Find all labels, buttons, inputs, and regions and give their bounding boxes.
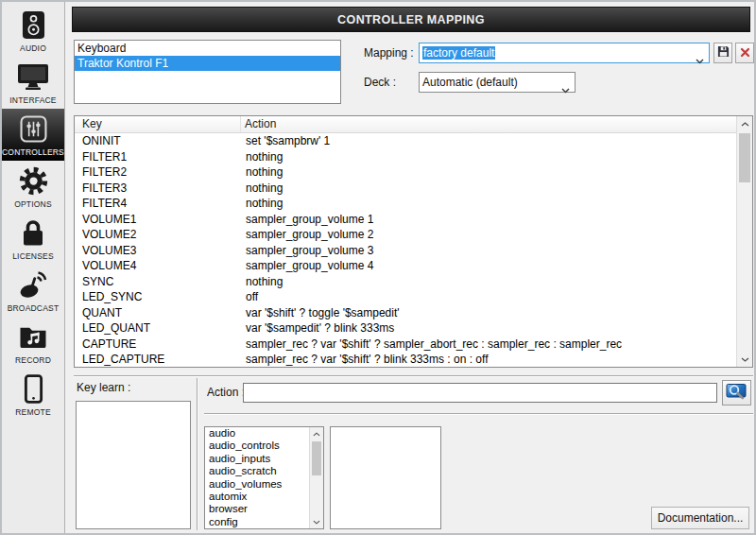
sidebar-item-broadcast[interactable]: BROADCAST: [2, 265, 64, 317]
sidebar-item-options[interactable]: OPTIONS: [2, 161, 64, 213]
column-header-key[interactable]: Key: [75, 116, 241, 132]
deck-value: Automatic (default): [422, 76, 518, 89]
sidebar-item-label: OPTIONS: [14, 199, 52, 209]
cell-action: nothing: [242, 196, 736, 212]
search-action-button[interactable]: [722, 380, 751, 406]
action-category-list[interactable]: audioaudio_controlsaudio_inputsaudio_scr…: [204, 426, 324, 529]
sidebar-item-label: AUDIO: [20, 43, 46, 53]
scrollbar-thumb[interactable]: [312, 441, 321, 475]
sidebar-item-record[interactable]: RECORD: [2, 317, 64, 369]
table-row[interactable]: VOLUME2sampler_group_volume 2: [75, 227, 736, 243]
red-x-icon: [740, 46, 750, 60]
cell-key: CAPTURE: [75, 337, 242, 353]
scrollbar-thumb[interactable]: [739, 133, 750, 182]
cell-key: QUANT: [75, 305, 242, 321]
cell-action: sampler_rec ? var '$shift' ? blink 333ms…: [242, 352, 736, 367]
mapping-value: factory default: [422, 46, 495, 60]
category-item[interactable]: automix: [205, 491, 309, 503]
table-row[interactable]: FILTER4nothing: [75, 196, 736, 212]
deck-label: Deck :: [364, 76, 396, 89]
cell-key: VOLUME1: [75, 212, 242, 228]
save-mapping-button[interactable]: [713, 43, 732, 63]
table-row[interactable]: ONINITset '$sampbrw' 1: [75, 133, 736, 149]
category-item[interactable]: audio_scratch: [205, 465, 309, 477]
scrollbar-up-button[interactable]: [737, 116, 752, 131]
category-item[interactable]: config: [205, 516, 309, 528]
mapping-label: Mapping :: [364, 46, 414, 60]
category-item[interactable]: audio: [205, 427, 309, 440]
scrollbar-up-button[interactable]: [310, 427, 323, 440]
action-label: Action :: [207, 386, 245, 399]
table-row[interactable]: FILTER3nothing: [75, 181, 736, 197]
action-category-items: audioaudio_controlsaudio_inputsaudio_scr…: [205, 427, 309, 529]
action-result-list[interactable]: [330, 426, 441, 529]
floppy-disk-icon: [717, 45, 730, 60]
table-row[interactable]: FILTER1nothing: [75, 149, 736, 165]
cell-action: var '$shift' ? toggle '$sampedit': [242, 305, 736, 321]
table-row[interactable]: VOLUME4sampler_group_volume 4: [75, 258, 736, 274]
table-row[interactable]: FILTER2nothing: [75, 164, 736, 181]
table-row[interactable]: LED_SYNCoff: [75, 289, 736, 305]
deck-select[interactable]: Automatic (default): [419, 72, 576, 93]
cell-key: VOLUME4: [75, 258, 242, 274]
sidebar-item-label: LICENSES: [12, 251, 54, 261]
category-item[interactable]: controls: [205, 528, 309, 529]
sidebar-item-label: REMOTE: [15, 407, 51, 417]
gear-icon: [18, 164, 49, 197]
table-row[interactable]: QUANTvar '$shift' ? toggle '$sampedit': [75, 305, 736, 321]
sidebar: AUDIO INTERFACE: [2, 2, 65, 533]
cell-action: nothing: [242, 181, 736, 197]
category-item[interactable]: audio_inputs: [205, 453, 309, 465]
table-row[interactable]: VOLUME3sampler_group_volume 3: [75, 243, 736, 259]
sidebar-item-licenses[interactable]: LICENSES: [2, 213, 64, 265]
action-input[interactable]: [243, 383, 717, 403]
documentation-button[interactable]: Documentation...: [651, 507, 749, 529]
cell-key: LED_QUANT: [75, 320, 242, 337]
scrollbar-down-button[interactable]: [737, 352, 752, 367]
mapping-table: Key Action ONINITset '$sampbrw' 1FILTER1…: [74, 115, 753, 368]
category-scrollbar[interactable]: [309, 427, 323, 528]
sidebar-item-interface[interactable]: INTERFACE: [2, 57, 64, 109]
cell-action: off: [242, 289, 736, 305]
cell-key: FILTER2: [75, 164, 242, 181]
scrollbar-down-button[interactable]: [310, 515, 323, 528]
settings-window: AUDIO INTERFACE: [0, 0, 756, 535]
category-item[interactable]: audio_volumes: [205, 478, 309, 491]
lock-icon: [20, 216, 46, 249]
horizontal-divider: [74, 375, 753, 377]
table-row[interactable]: SYNCnothing: [75, 274, 736, 290]
sidebar-item-controllers[interactable]: CONTROLLERS: [2, 109, 64, 161]
sidebar-item-audio[interactable]: AUDIO: [2, 5, 64, 57]
cell-action: var '$sampedit' ? blink 333ms: [242, 320, 736, 337]
key-learn-list[interactable]: [76, 401, 191, 529]
sidebar-item-remote[interactable]: REMOTE: [2, 369, 64, 421]
table-scrollbar[interactable]: [736, 116, 752, 367]
chevron-down-icon[interactable]: [561, 80, 570, 97]
table-row[interactable]: LED_QUANTvar '$sampedit' ? blink 333ms: [75, 320, 736, 337]
cell-key: VOLUME3: [75, 243, 242, 259]
speaker-icon: [22, 9, 45, 41]
cell-action: sampler_group_volume 3: [242, 243, 736, 259]
record-folder-icon: [18, 320, 48, 353]
controller-list[interactable]: KeyboardTraktor Kontrol F1: [74, 40, 341, 104]
search-icon: [726, 383, 748, 404]
page-title: CONTROLLER MAPPING: [72, 7, 750, 32]
table-row[interactable]: LED_CAPTUREsampler_rec ? var '$shift' ? …: [75, 352, 736, 367]
category-item[interactable]: browser: [205, 503, 309, 515]
chevron-down-icon[interactable]: [696, 51, 704, 68]
broadcast-icon: [18, 268, 48, 301]
category-item[interactable]: audio_controls: [205, 440, 309, 452]
table-header: Key Action: [75, 116, 752, 133]
mapping-select[interactable]: factory default: [419, 43, 710, 63]
cell-key: FILTER3: [75, 181, 242, 197]
column-header-action[interactable]: Action: [241, 116, 752, 132]
cell-action: sampler_group_volume 1: [242, 212, 736, 228]
controller-item[interactable]: Keyboard: [75, 41, 340, 56]
controller-item[interactable]: Traktor Kontrol F1: [75, 56, 340, 71]
key-learn-label: Key learn :: [77, 381, 130, 394]
cell-key: FILTER4: [75, 196, 242, 212]
table-row[interactable]: CAPTUREsampler_rec ? var '$shift' ? samp…: [75, 337, 736, 353]
sidebar-item-label: INTERFACE: [9, 95, 57, 105]
table-row[interactable]: VOLUME1sampler_group_volume 1: [75, 212, 736, 228]
delete-mapping-button[interactable]: [735, 43, 754, 63]
